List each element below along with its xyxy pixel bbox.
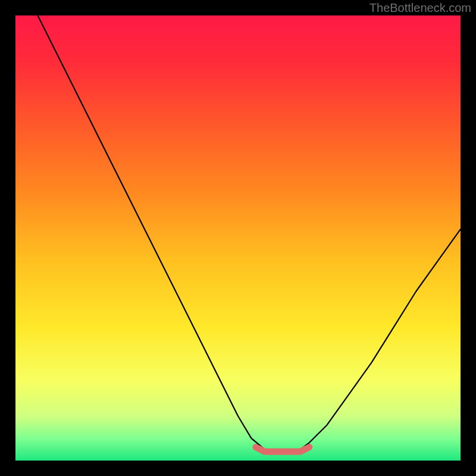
plot-area [15, 15, 461, 461]
bottleneck-curve [15, 15, 461, 461]
bottleneck-chart: TheBottleneck.com [0, 0, 476, 476]
watermark-text: TheBottleneck.com [369, 1, 471, 15]
